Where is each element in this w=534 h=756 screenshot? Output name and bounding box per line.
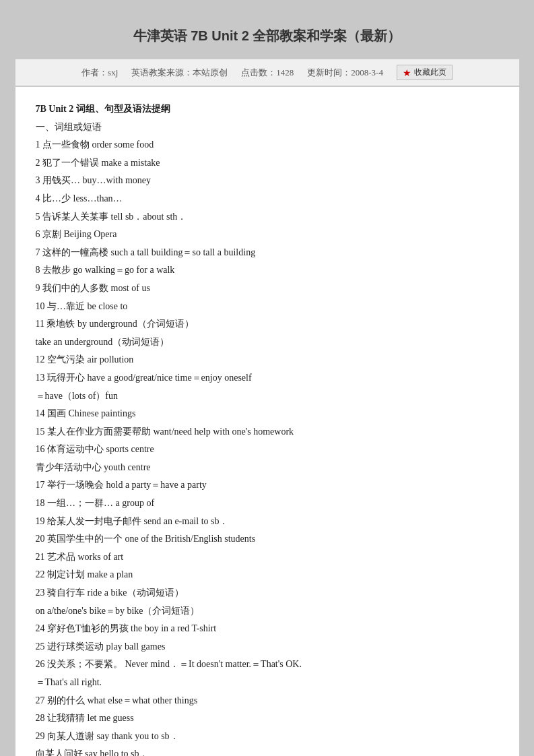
update-label: 更新时间：2008-3-4 — [307, 67, 383, 79]
bookmark-button[interactable]: ★ 收藏此页 — [397, 65, 453, 80]
list-item: 10 与…靠近 be close to — [36, 298, 499, 316]
list-item: 21 艺术品 works of art — [36, 548, 499, 567]
list-item: 13 玩得开心 have a good/great/nice time＝enjo… — [36, 369, 499, 387]
list-item: 25 进行球类运动 play ball games — [36, 638, 499, 656]
content-box: 7B Unit 2 词组、句型及语法提纲 一、词组或短语 1 点一些食物 ord… — [15, 86, 520, 756]
bookmark-label: 收藏此页 — [414, 67, 446, 78]
list-item: 2 犯了一个错误 make a mistake — [36, 154, 499, 172]
list-item: 9 我们中的人多数 most of us — [36, 280, 499, 298]
list-item: on a/the/one's bike＝by bike（介词短语） — [36, 602, 499, 621]
author-label: 作者：sxj — [81, 67, 118, 79]
clicks-label: 点击数：1428 — [241, 67, 294, 79]
heading1: 7B Unit 2 词组、句型及语法提纲 — [36, 100, 499, 119]
meta-bar: 作者：sxj 英语教案来源：本站原创 点击数：1428 更新时间：2008-3-… — [15, 59, 520, 86]
source-label: 英语教案来源：本站原创 — [131, 67, 228, 79]
list-item: 向某人问好 say hello to sb． — [36, 745, 499, 756]
title-area: 牛津英语 7B Unit 2 全部教案和学案（最新） — [13, 27, 521, 45]
heading2: 一、词组或短语 — [36, 119, 499, 137]
list-item: 29 向某人道谢 say thank you to sb． — [36, 728, 499, 746]
list-item: 28 让我猜猜 let me guess — [36, 710, 499, 728]
list-item: 20 英国学生中的一个 one of the British/English s… — [36, 530, 499, 548]
list-item: 7 这样的一幢高楼 such a tall building＝so tall a… — [36, 244, 499, 262]
list-item: take an underground（动词短语） — [36, 334, 499, 352]
list-item: ＝have（lots of）fun — [36, 387, 499, 406]
list-item: 11 乘地铁 by underground（介词短语） — [36, 315, 499, 334]
list-item: 23 骑自行车 ride a bike（动词短语） — [36, 584, 499, 602]
items-list: 1 点一些食物 order some food2 犯了一个错误 make a m… — [36, 136, 499, 756]
list-item: ＝That's all right. — [36, 674, 499, 692]
page-title: 牛津英语 7B Unit 2 全部教案和学案（最新） — [13, 27, 521, 45]
list-item: 27 别的什么 what else＝what other things — [36, 692, 499, 710]
list-item: 青少年活动中心 youth centre — [36, 459, 499, 477]
list-item: 15 某人在作业方面需要帮助 want/need help with one's… — [36, 423, 499, 441]
list-item: 6 京剧 Beijing Opera — [36, 226, 499, 244]
list-item: 12 空气污染 air pollution — [36, 351, 499, 369]
list-item: 22 制定计划 make a plan — [36, 566, 499, 584]
list-item: 4 比…少 less…than… — [36, 190, 499, 208]
list-item: 24 穿好色T恤衫的男孩 the boy in a red T-shirt — [36, 620, 499, 638]
list-item: 18 一组…；一群… a group of — [36, 495, 499, 513]
list-item: 16 体育运动中心 sports centre — [36, 441, 499, 459]
page-wrapper: 牛津英语 7B Unit 2 全部教案和学案（最新） 作者：sxj 英语教案来源… — [0, 0, 534, 756]
list-item: 3 用钱买… buy…with money — [36, 172, 499, 190]
list-item: 14 国画 Chinese paintings — [36, 405, 499, 423]
list-item: 5 告诉某人关某事 tell sb．about sth． — [36, 208, 499, 226]
list-item: 8 去散步 go walking＝go for a walk — [36, 261, 499, 280]
list-item: 1 点一些食物 order some food — [36, 136, 499, 154]
list-item: 19 给某人发一封电子邮件 send an e-mail to sb． — [36, 513, 499, 531]
list-item: 17 举行一场晚会 hold a party＝have a party — [36, 476, 499, 495]
list-item: 26 没关系；不要紧。 Never mind．＝It doesn't matte… — [36, 656, 499, 674]
bookmark-icon: ★ — [403, 67, 411, 78]
